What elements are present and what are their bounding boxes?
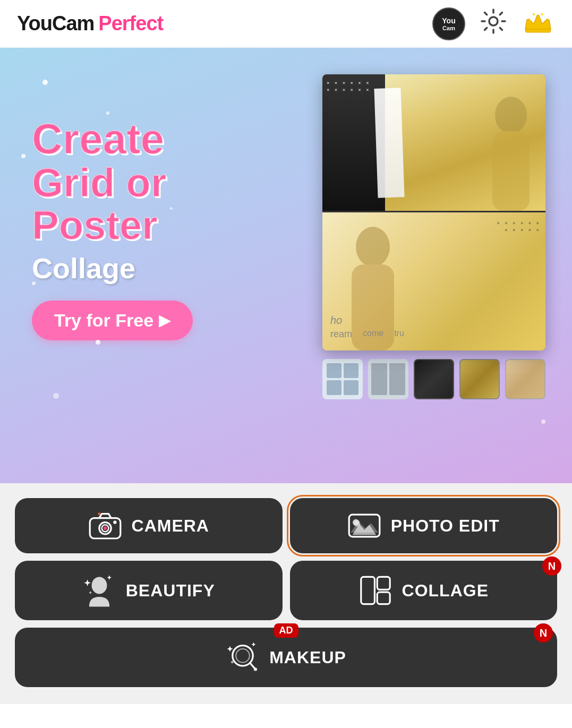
banner-text-area: Create Grid or Poster Collage Try for Fr…: [21, 74, 244, 340]
beautify-button[interactable]: BEAUTIFY: [15, 561, 283, 620]
try-free-arrow: ▶: [159, 312, 170, 329]
photo-edit-label: PHOTO EDIT: [391, 516, 500, 536]
sparkle-6: [96, 340, 100, 345]
grid-cell-2: [344, 363, 358, 378]
app-logo: YouCam Perfect: [17, 12, 163, 35]
bottom-film-marks: × × × × × × × × × × ×: [497, 220, 540, 233]
svg-point-6: [541, 13, 543, 15]
paper-strip: [374, 88, 405, 198]
svg-rect-22: [377, 577, 390, 589]
camera-button[interactable]: CAMERA: [15, 498, 283, 553]
makeup-ad-badge: AD: [274, 623, 298, 638]
sparkle-2: [106, 112, 109, 115]
svg-point-20: [91, 577, 107, 594]
crown-icon: [523, 9, 553, 39]
banner-content: Create Grid or Poster Collage Try for Fr…: [21, 74, 551, 399]
grid-cell-3: [327, 380, 342, 395]
svg-point-16: [98, 512, 100, 515]
banner-preview-area: × × × × × ×× × × × × ×: [317, 74, 551, 399]
template-thumb-4[interactable]: [459, 359, 500, 399]
strip-1: [371, 363, 387, 395]
banner-section: Create Grid or Poster Collage Try for Fr…: [0, 48, 572, 483]
grid-poster-title: Grid or Poster: [32, 161, 244, 246]
bottom-navigation: CAMERA PHOTO EDIT: [0, 483, 572, 704]
svg-point-26: [254, 667, 257, 671]
collage-bottom-photo: × × × × × × × × × × × ho ream come tru: [322, 212, 545, 350]
try-free-button[interactable]: Try for Free ▶: [32, 301, 193, 340]
settings-button[interactable]: [476, 7, 510, 41]
template-thumb-2[interactable]: [368, 359, 408, 399]
collage-preview-card: × × × × × ×× × × × × ×: [322, 74, 545, 350]
photo-edit-icon: [347, 511, 381, 541]
beautify-label: BEAUTIFY: [126, 581, 215, 601]
collage-subtitle: Collage: [32, 252, 244, 285]
makeup-label: MAKEUP: [269, 648, 346, 667]
collage-top-photo: × × × × × ×× × × × × ×: [322, 74, 545, 212]
app-header: YouCam Perfect You Cam: [0, 0, 572, 48]
top-photo-bg: [385, 74, 545, 211]
logo-youcam: YouCam: [17, 12, 94, 35]
bottom-photo-bg: × × × × × × × × × × × ho ream come tru: [322, 212, 545, 350]
film-marks-top: × × × × × ×× × × × × ×: [327, 80, 370, 93]
svg-point-19: [353, 519, 358, 525]
svg-rect-8: [492, 131, 530, 211]
create-title: Create: [32, 117, 244, 161]
sparkle-3: [21, 154, 25, 158]
gear-icon: [480, 7, 507, 40]
sparkle-4: [170, 207, 173, 210]
beautify-icon: [82, 573, 116, 607]
svg-point-9: [356, 227, 390, 267]
svg-rect-1: [525, 29, 551, 32]
template-thumb-3[interactable]: [414, 359, 454, 399]
template-thumb-1[interactable]: [322, 359, 363, 399]
svg-point-7: [495, 97, 527, 134]
collage-icon: [358, 573, 392, 607]
svg-point-25: [236, 649, 250, 663]
premium-button[interactable]: [521, 7, 555, 41]
try-free-label: Try for Free: [54, 310, 153, 331]
person-silhouette-top: [482, 94, 540, 211]
collage-button[interactable]: N COLLAGE: [290, 561, 558, 620]
grid-cell-1: [327, 363, 342, 378]
svg-point-2: [526, 16, 529, 19]
makeup-badge: N: [534, 623, 553, 643]
camera-label: CAMERA: [132, 516, 209, 536]
svg-point-15: [103, 527, 106, 530]
template-thumbnails: [322, 359, 545, 399]
sparkle-8: [53, 393, 59, 399]
sparkle-5: [32, 281, 36, 285]
svg-point-3: [536, 12, 540, 15]
template-thumb-5[interactable]: [505, 359, 545, 399]
sparkle-9: [541, 419, 545, 424]
makeup-button[interactable]: AD N MAKEUP: [15, 628, 557, 687]
makeup-button-container: AD N MAKEUP: [15, 628, 557, 687]
youcam-logo-button[interactable]: You Cam: [432, 7, 466, 41]
sparkle-1: [42, 80, 48, 85]
svg-point-5: [533, 13, 535, 15]
logo-perfect: Perfect: [98, 12, 163, 35]
camera-icon: [88, 511, 122, 541]
svg-point-14: [113, 520, 116, 524]
svg-rect-23: [377, 592, 390, 604]
grid-cell-4: [344, 380, 358, 395]
youcam-badge: You Cam: [432, 7, 465, 40]
photo-edit-button[interactable]: PHOTO EDIT: [290, 498, 558, 553]
collage-text-overlay: ho ream come tru: [330, 314, 537, 340]
svg-rect-21: [361, 577, 374, 604]
header-icons-group: You Cam: [432, 7, 555, 41]
collage-label: COLLAGE: [402, 581, 489, 601]
svg-point-0: [489, 17, 498, 25]
svg-point-4: [547, 16, 550, 19]
strip-2: [389, 363, 405, 395]
collage-badge: N: [542, 556, 561, 576]
makeup-icon: [226, 640, 260, 674]
